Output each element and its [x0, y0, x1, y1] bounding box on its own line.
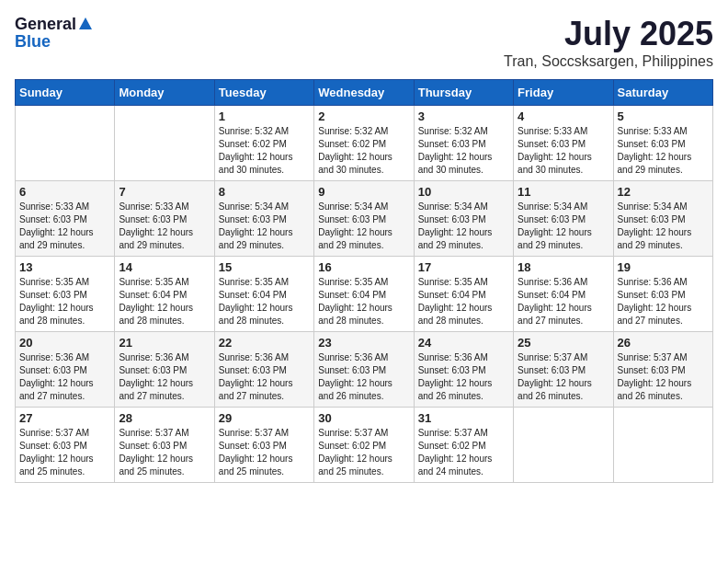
logo-triangle-icon	[79, 17, 92, 29]
calendar-cell: 14Sunrise: 5:35 AM Sunset: 6:04 PM Dayli…	[115, 257, 214, 332]
day-detail: Sunrise: 5:34 AM Sunset: 6:03 PM Dayligh…	[418, 201, 509, 252]
calendar-cell: 13Sunrise: 5:35 AM Sunset: 6:03 PM Dayli…	[16, 257, 115, 332]
day-detail: Sunrise: 5:36 AM Sunset: 6:03 PM Dayligh…	[418, 351, 509, 403]
day-detail: Sunrise: 5:34 AM Sunset: 6:03 PM Dayligh…	[219, 201, 310, 252]
day-number: 10	[418, 185, 509, 199]
calendar-cell: 2Sunrise: 5:32 AM Sunset: 6:02 PM Daylig…	[314, 106, 414, 181]
calendar-cell: 28Sunrise: 5:37 AM Sunset: 6:03 PM Dayli…	[115, 408, 214, 483]
calendar-cell: 23Sunrise: 5:36 AM Sunset: 6:03 PM Dayli…	[314, 332, 414, 408]
day-detail: Sunrise: 5:32 AM Sunset: 6:02 PM Dayligh…	[219, 125, 310, 177]
day-detail: Sunrise: 5:36 AM Sunset: 6:03 PM Dayligh…	[119, 351, 210, 403]
logo: General Blue	[15, 15, 92, 52]
day-detail: Sunrise: 5:35 AM Sunset: 6:04 PM Dayligh…	[119, 276, 210, 327]
day-detail: Sunrise: 5:34 AM Sunset: 6:03 PM Dayligh…	[518, 201, 609, 252]
day-number: 18	[518, 260, 609, 274]
weekday-header: Friday	[514, 80, 613, 106]
day-detail: Sunrise: 5:32 AM Sunset: 6:03 PM Dayligh…	[418, 125, 509, 177]
calendar-cell: 29Sunrise: 5:37 AM Sunset: 6:03 PM Dayli…	[214, 408, 313, 483]
day-detail: Sunrise: 5:33 AM Sunset: 6:03 PM Dayligh…	[518, 125, 609, 177]
calendar-cell	[514, 408, 613, 483]
weekday-header: Thursday	[414, 80, 513, 106]
location-title: Tran, Soccsksargen, Philippines	[504, 53, 713, 70]
logo-blue-text: Blue	[15, 32, 51, 52]
day-number: 1	[219, 109, 310, 123]
day-number: 16	[318, 260, 409, 274]
day-number: 13	[19, 260, 110, 274]
day-detail: Sunrise: 5:36 AM Sunset: 6:03 PM Dayligh…	[318, 351, 409, 403]
day-detail: Sunrise: 5:32 AM Sunset: 6:02 PM Dayligh…	[318, 125, 409, 177]
calendar-header-row: SundayMondayTuesdayWednesdayThursdayFrid…	[16, 80, 713, 106]
calendar-cell: 3Sunrise: 5:32 AM Sunset: 6:03 PM Daylig…	[414, 106, 513, 181]
day-detail: Sunrise: 5:34 AM Sunset: 6:03 PM Dayligh…	[318, 201, 409, 252]
day-number: 14	[119, 260, 210, 274]
weekday-header: Sunday	[16, 80, 115, 106]
day-detail: Sunrise: 5:36 AM Sunset: 6:03 PM Dayligh…	[219, 351, 310, 403]
day-number: 7	[119, 185, 210, 199]
calendar-cell	[115, 106, 214, 181]
weekday-header: Wednesday	[314, 80, 414, 106]
day-detail: Sunrise: 5:37 AM Sunset: 6:03 PM Dayligh…	[219, 427, 310, 478]
calendar-cell: 31Sunrise: 5:37 AM Sunset: 6:02 PM Dayli…	[414, 408, 513, 483]
day-number: 25	[518, 336, 609, 350]
day-detail: Sunrise: 5:35 AM Sunset: 6:04 PM Dayligh…	[418, 276, 509, 327]
day-detail: Sunrise: 5:35 AM Sunset: 6:04 PM Dayligh…	[318, 276, 409, 327]
day-detail: Sunrise: 5:37 AM Sunset: 6:02 PM Dayligh…	[418, 427, 509, 478]
calendar-cell: 12Sunrise: 5:34 AM Sunset: 6:03 PM Dayli…	[613, 181, 712, 257]
day-detail: Sunrise: 5:36 AM Sunset: 6:03 PM Dayligh…	[19, 351, 110, 403]
day-detail: Sunrise: 5:33 AM Sunset: 6:03 PM Dayligh…	[618, 125, 709, 177]
day-number: 23	[318, 336, 409, 350]
day-detail: Sunrise: 5:34 AM Sunset: 6:03 PM Dayligh…	[618, 201, 709, 252]
day-number: 15	[219, 260, 310, 274]
logo-general-text: General	[15, 15, 76, 34]
calendar-cell: 26Sunrise: 5:37 AM Sunset: 6:03 PM Dayli…	[613, 332, 712, 408]
calendar-cell: 9Sunrise: 5:34 AM Sunset: 6:03 PM Daylig…	[314, 181, 414, 257]
day-number: 17	[418, 260, 509, 274]
calendar-cell: 18Sunrise: 5:36 AM Sunset: 6:04 PM Dayli…	[514, 257, 613, 332]
calendar-week-row: 20Sunrise: 5:36 AM Sunset: 6:03 PM Dayli…	[16, 332, 713, 408]
day-number: 27	[19, 411, 110, 425]
calendar-cell: 4Sunrise: 5:33 AM Sunset: 6:03 PM Daylig…	[514, 106, 613, 181]
calendar-cell: 24Sunrise: 5:36 AM Sunset: 6:03 PM Dayli…	[414, 332, 513, 408]
month-title: July 2025	[504, 15, 713, 53]
calendar-cell	[16, 106, 115, 181]
calendar-week-row: 13Sunrise: 5:35 AM Sunset: 6:03 PM Dayli…	[16, 257, 713, 332]
day-detail: Sunrise: 5:33 AM Sunset: 6:03 PM Dayligh…	[119, 201, 210, 252]
day-number: 28	[119, 411, 210, 425]
day-number: 20	[19, 336, 110, 350]
day-detail: Sunrise: 5:35 AM Sunset: 6:04 PM Dayligh…	[219, 276, 310, 327]
day-detail: Sunrise: 5:37 AM Sunset: 6:03 PM Dayligh…	[19, 427, 110, 478]
calendar-cell: 17Sunrise: 5:35 AM Sunset: 6:04 PM Dayli…	[414, 257, 513, 332]
day-number: 12	[618, 185, 709, 199]
calendar-cell: 19Sunrise: 5:36 AM Sunset: 6:03 PM Dayli…	[613, 257, 712, 332]
calendar-cell: 20Sunrise: 5:36 AM Sunset: 6:03 PM Dayli…	[16, 332, 115, 408]
calendar-cell	[613, 408, 712, 483]
calendar-cell: 11Sunrise: 5:34 AM Sunset: 6:03 PM Dayli…	[514, 181, 613, 257]
day-number: 9	[318, 185, 409, 199]
day-number: 5	[618, 109, 709, 123]
day-detail: Sunrise: 5:37 AM Sunset: 6:03 PM Dayligh…	[618, 351, 709, 403]
day-number: 3	[418, 109, 509, 123]
day-number: 29	[219, 411, 310, 425]
calendar-cell: 16Sunrise: 5:35 AM Sunset: 6:04 PM Dayli…	[314, 257, 414, 332]
day-number: 6	[19, 185, 110, 199]
weekday-header: Saturday	[613, 80, 712, 106]
calendar-cell: 21Sunrise: 5:36 AM Sunset: 6:03 PM Dayli…	[115, 332, 214, 408]
calendar-cell: 5Sunrise: 5:33 AM Sunset: 6:03 PM Daylig…	[613, 106, 712, 181]
day-number: 30	[318, 411, 409, 425]
day-number: 26	[618, 336, 709, 350]
calendar-cell: 7Sunrise: 5:33 AM Sunset: 6:03 PM Daylig…	[115, 181, 214, 257]
day-number: 31	[418, 411, 509, 425]
day-number: 8	[219, 185, 310, 199]
calendar-cell: 25Sunrise: 5:37 AM Sunset: 6:03 PM Dayli…	[514, 332, 613, 408]
day-detail: Sunrise: 5:37 AM Sunset: 6:02 PM Dayligh…	[318, 427, 409, 478]
day-detail: Sunrise: 5:37 AM Sunset: 6:03 PM Dayligh…	[119, 427, 210, 478]
calendar-week-row: 6Sunrise: 5:33 AM Sunset: 6:03 PM Daylig…	[16, 181, 713, 257]
calendar-table: SundayMondayTuesdayWednesdayThursdayFrid…	[15, 79, 713, 483]
calendar-week-row: 1Sunrise: 5:32 AM Sunset: 6:02 PM Daylig…	[16, 106, 713, 181]
day-number: 2	[318, 109, 409, 123]
day-detail: Sunrise: 5:36 AM Sunset: 6:03 PM Dayligh…	[618, 276, 709, 327]
day-number: 22	[219, 336, 310, 350]
weekday-header: Tuesday	[214, 80, 313, 106]
day-detail: Sunrise: 5:36 AM Sunset: 6:04 PM Dayligh…	[518, 276, 609, 327]
calendar-week-row: 27Sunrise: 5:37 AM Sunset: 6:03 PM Dayli…	[16, 408, 713, 483]
